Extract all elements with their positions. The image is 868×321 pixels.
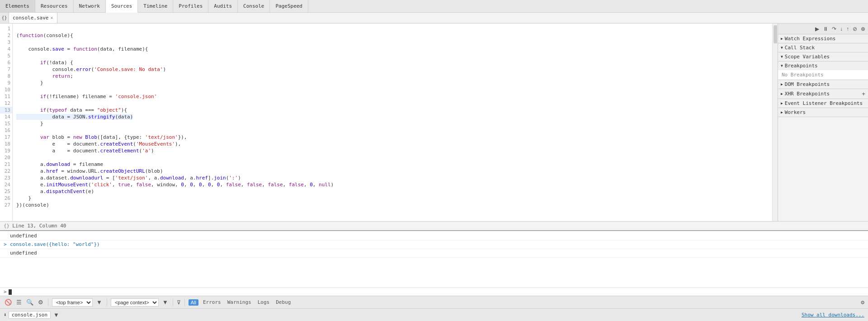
xhr-breakpoints-label: XHR Breakpoints — [785, 91, 830, 97]
breakpoints-label: Breakpoints — [785, 63, 818, 69]
nav-audits[interactable]: Audits — [208, 0, 238, 12]
download-icon: ⬇ — [4, 312, 7, 318]
nav-network[interactable]: Network — [74, 0, 106, 12]
nav-pagespeed[interactable]: PageSpeed — [270, 0, 308, 12]
breakpoints-header[interactable]: ▼ Breakpoints — [778, 61, 868, 70]
context-dropdown-arrow[interactable]: ▼ — [161, 298, 169, 307]
line-numbers: 1 2 3 4 5 6 7 8 9 10 11 12 13 14 15 16 1… — [0, 24, 13, 221]
workers-header[interactable]: ▶ Workers — [778, 108, 868, 117]
console-line-3: undefined — [0, 249, 868, 258]
breakpoints-content: No Breakpoints — [778, 70, 868, 80]
nav-profiles[interactable]: Profiles — [173, 0, 208, 12]
vertical-scrollbar[interactable] — [772, 24, 778, 221]
dom-breakpoints-arrow: ▶ — [781, 82, 783, 86]
xhr-breakpoints-add[interactable]: + — [862, 90, 865, 97]
settings-toggle[interactable]: ⚙ — [37, 298, 44, 307]
dom-breakpoints-label: DOM Breakpoints — [785, 81, 830, 87]
log-level-logs[interactable]: Logs — [256, 299, 272, 306]
workers-arrow: ▶ — [781, 110, 783, 114]
console-input-row[interactable]: > — [0, 288, 868, 296]
step-into-button[interactable]: ↓ — [839, 26, 844, 32]
xhr-breakpoints-header[interactable]: ▶ XHR Breakpoints + — [778, 89, 868, 99]
watch-expressions-label: Watch Expressions — [785, 36, 836, 42]
dom-breakpoints-header[interactable]: ▶ DOM Breakpoints — [778, 80, 868, 89]
top-nav: Elements Resources Network Sources Timel… — [0, 0, 868, 13]
pause-button[interactable]: ⏸ — [822, 26, 829, 32]
xhr-breakpoints-arrow: ▶ — [781, 92, 783, 96]
clear-console-button[interactable]: 🚫 — [4, 298, 13, 307]
resume-button[interactable]: ▶ — [814, 26, 820, 32]
event-listener-header[interactable]: ▶ Event Listener Breakpoints — [778, 99, 868, 108]
toolbar-divider-3 — [173, 299, 173, 306]
workers-section: ▶ Workers — [778, 108, 868, 117]
toolbar-divider-2 — [107, 299, 107, 306]
event-listener-section: ▶ Event Listener Breakpoints — [778, 99, 868, 108]
filter-icon[interactable]: ⊽ — [177, 299, 181, 306]
log-level-debug[interactable]: Debug — [274, 299, 292, 306]
file-tab-bar: {} console.save × — [0, 13, 868, 24]
main-content: 1 2 3 4 5 6 7 8 9 10 11 12 13 14 15 16 1… — [0, 24, 868, 221]
add-breakpoint-button[interactable]: ⊕ — [860, 26, 866, 32]
no-breakpoints-text: No Breakpoints — [782, 72, 824, 78]
watch-expand-arrow: ▶ — [781, 37, 783, 41]
log-level-all[interactable]: All — [189, 299, 198, 306]
file-tab-close[interactable]: × — [50, 15, 53, 20]
download-item: ⬇ console.json ▼ — [4, 311, 60, 319]
nav-resources[interactable]: Resources — [35, 0, 74, 12]
watch-expressions-header[interactable]: ▶ Watch Expressions — [778, 34, 868, 43]
console-line-text: undefined — [10, 250, 37, 257]
toolbar-divider-4 — [184, 299, 185, 306]
deactivate-button[interactable]: ⊘ — [852, 26, 858, 32]
log-level-warnings[interactable]: Warnings — [226, 299, 253, 306]
bottom-toolbar: 🚫 ☰ 🔍 ⚙ <top frame> ▼ <page context> ▼ ⊽… — [0, 296, 868, 308]
search-button[interactable]: 🔍 — [25, 298, 34, 307]
status-curly: {} — [4, 223, 9, 229]
code-editor: 1 2 3 4 5 6 7 8 9 10 11 12 13 14 15 16 1… — [0, 24, 778, 221]
step-out-button[interactable]: ↑ — [845, 26, 850, 32]
console-line-2: > console.save({hello: "world"}) — [0, 241, 868, 249]
nav-sources[interactable]: Sources — [106, 0, 138, 13]
download-bar: ⬇ console.json ▼ Show all downloads... — [0, 308, 868, 321]
scope-variables-header[interactable]: ▼ Scope Variables — [778, 52, 868, 61]
download-filename[interactable]: console.json — [9, 311, 51, 319]
log-level-errors[interactable]: Errors — [201, 299, 223, 306]
scope-variables-section: ▼ Scope Variables — [778, 52, 868, 61]
step-over-button[interactable]: ↷ — [831, 26, 837, 32]
event-listener-label: Event Listener Breakpoints — [785, 100, 863, 106]
context-selector[interactable]: <page context> — [111, 298, 159, 307]
download-arrow[interactable]: ▼ — [52, 311, 60, 319]
call-stack-label: Call Stack — [785, 45, 815, 51]
console-area: undefined > console.save({hello: "world"… — [0, 230, 868, 296]
console-output[interactable]: undefined > console.save({hello: "world"… — [0, 231, 868, 288]
event-listener-arrow: ▶ — [781, 101, 783, 105]
file-tab-console-save[interactable]: console.save × — [9, 13, 57, 23]
nav-elements[interactable]: Elements — [0, 0, 35, 12]
dom-breakpoints-section: ▶ DOM Breakpoints — [778, 80, 868, 89]
watch-expressions-section: ▶ Watch Expressions — [778, 34, 868, 43]
nav-timeline[interactable]: Timeline — [138, 0, 173, 12]
show-all-downloads[interactable]: Show all downloads... — [802, 312, 864, 318]
right-panel: ▶ ⏸ ↷ ↓ ↑ ⊘ ⊕ ▶ Watch Expressions ▼ Call… — [778, 24, 868, 221]
console-line-text: undefined — [10, 232, 37, 240]
call-stack-section: ▼ Call Stack — [778, 43, 868, 52]
workers-label: Workers — [785, 109, 806, 115]
scroll-thumb[interactable] — [774, 25, 777, 43]
call-stack-header[interactable]: ▼ Call Stack — [778, 43, 868, 52]
code-area[interactable]: (function(console){ console.save = funct… — [13, 24, 772, 221]
file-tab-label: console.save — [13, 15, 48, 21]
console-line-prefix: > — [4, 241, 8, 248]
panel-toolbar: ▶ ⏸ ↷ ↓ ↑ ⊘ ⊕ — [778, 24, 868, 34]
scope-variables-arrow: ▼ — [781, 55, 783, 59]
frame-dropdown-arrow[interactable]: ▼ — [95, 298, 103, 307]
console-line-text: console.save({hello: "world"}) — [10, 241, 100, 248]
breakpoints-section: ▼ Breakpoints No Breakpoints — [778, 61, 868, 80]
console-prompt: > — [4, 289, 7, 295]
preserve-log-button[interactable]: ☰ — [15, 298, 23, 307]
call-stack-arrow: ▼ — [781, 46, 783, 50]
bottom-gear-icon[interactable]: ⚙ — [861, 299, 864, 306]
frame-selector[interactable]: <top frame> — [52, 298, 93, 307]
nav-console[interactable]: Console — [238, 0, 270, 12]
breakpoints-arrow: ▼ — [781, 64, 783, 68]
console-line-1: undefined — [0, 232, 868, 241]
file-icon: {} — [0, 13, 9, 23]
